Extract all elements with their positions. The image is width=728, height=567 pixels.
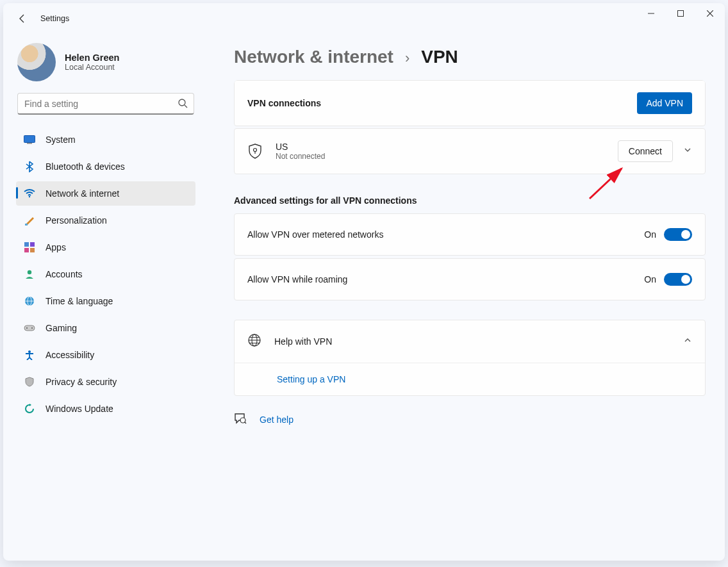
toggle-state-label: On — [644, 274, 656, 284]
help-title: Help with VPN — [274, 336, 332, 347]
toggle-label: Allow VPN while roaming — [247, 274, 347, 284]
svg-rect-1 — [678, 11, 684, 17]
svg-point-17 — [26, 327, 28, 329]
page-title: VPN — [421, 47, 458, 67]
sidebar-item-accessibility[interactable]: Accessibility — [16, 343, 195, 367]
update-icon — [24, 403, 35, 415]
svg-point-2 — [179, 99, 185, 106]
svg-rect-10 — [24, 248, 29, 252]
svg-line-3 — [185, 105, 187, 108]
accessibility-icon — [24, 349, 35, 361]
person-icon — [24, 268, 35, 280]
wifi-icon — [24, 188, 35, 199]
toggle-roaming: Allow VPN while roaming On — [234, 258, 706, 300]
toggle-switch-roaming[interactable] — [664, 273, 692, 286]
sidebar-item-label: Accounts — [46, 269, 83, 279]
sidebar: Helen Green Local Account System Bluetoo… — [3, 34, 208, 561]
sidebar-item-personalization[interactable]: Personalization — [16, 208, 195, 233]
sidebar-item-label: Windows Update — [46, 404, 113, 414]
sidebar-item-label: Bluetooth & devices — [46, 161, 125, 172]
search-input[interactable] — [17, 93, 194, 115]
svg-point-6 — [29, 196, 30, 197]
globe-help-icon — [247, 333, 261, 350]
content-area: Network & internet › VPN VPN connections… — [208, 34, 725, 561]
sidebar-item-label: Personalization — [46, 215, 107, 226]
svg-rect-8 — [24, 242, 29, 247]
chevron-up-icon — [683, 336, 692, 347]
sidebar-item-privacy[interactable]: Privacy & security — [16, 370, 195, 394]
vpn-item-status: Not connected — [276, 152, 325, 161]
sidebar-item-windows-update[interactable]: Windows Update — [16, 397, 195, 421]
close-button[interactable] — [695, 3, 725, 24]
vpn-item-name: US — [276, 142, 325, 152]
sidebar-item-time-language[interactable]: Time & language — [16, 289, 195, 313]
titlebar: Settings — [3, 3, 725, 34]
svg-rect-4 — [24, 136, 35, 143]
sidebar-item-label: Time & language — [46, 296, 113, 306]
globe-icon — [24, 295, 35, 307]
window-controls — [636, 3, 725, 24]
toggle-switch-metered[interactable] — [664, 228, 692, 241]
svg-point-20 — [254, 149, 257, 152]
chevron-down-icon[interactable] — [683, 145, 692, 157]
get-help-link[interactable]: Get help — [260, 415, 294, 425]
connect-button[interactable]: Connect — [618, 140, 673, 162]
search-icon — [178, 98, 188, 111]
sidebar-item-label: Gaming — [46, 323, 77, 333]
maximize-button[interactable] — [666, 3, 695, 24]
chevron-right-icon: › — [405, 50, 410, 67]
back-button[interactable] — [16, 12, 29, 25]
svg-point-12 — [28, 270, 31, 274]
vpn-connections-group: VPN connections Add VPN US Not connected — [234, 80, 706, 176]
minimize-button[interactable] — [636, 3, 666, 24]
sidebar-item-apps[interactable]: Apps — [16, 235, 195, 259]
add-vpn-button[interactable]: Add VPN — [637, 92, 692, 114]
sidebar-item-label: Apps — [46, 242, 66, 252]
svg-point-19 — [28, 350, 31, 353]
system-icon — [24, 134, 35, 145]
help-header[interactable]: Help with VPN — [235, 320, 705, 363]
profile-name: Helen Green — [65, 53, 119, 63]
app-title: Settings — [40, 14, 69, 23]
sidebar-nav: System Bluetooth & devices Network & int… — [6, 121, 206, 423]
help-link[interactable]: Setting up a VPN — [277, 374, 345, 384]
sidebar-item-label: System — [46, 135, 76, 145]
sidebar-item-accounts[interactable]: Accounts — [16, 262, 195, 286]
sidebar-item-gaming[interactable]: Gaming — [16, 316, 195, 340]
toggle-label: Allow VPN over metered networks — [247, 229, 383, 240]
advanced-settings-title: Advanced settings for all VPN connection… — [234, 195, 706, 206]
vpn-shield-icon — [247, 144, 263, 159]
toggle-metered: Allow VPN over metered networks On — [234, 213, 706, 256]
help-body: Setting up a VPN — [235, 363, 705, 395]
sidebar-item-system[interactable]: System — [16, 127, 195, 152]
svg-rect-16 — [24, 325, 35, 331]
gamepad-icon — [24, 322, 35, 334]
vpn-item: US Not connected Connect — [234, 128, 706, 174]
svg-rect-11 — [30, 248, 35, 252]
sidebar-item-bluetooth[interactable]: Bluetooth & devices — [16, 154, 195, 179]
search-box — [17, 93, 194, 115]
profile-subtitle: Local Account — [65, 63, 119, 72]
brush-icon — [24, 215, 35, 226]
vpn-connections-label: VPN connections — [247, 98, 321, 108]
avatar — [17, 43, 56, 81]
breadcrumb-parent[interactable]: Network & internet — [234, 47, 393, 67]
svg-rect-5 — [27, 143, 32, 144]
sidebar-item-label: Accessibility — [46, 350, 94, 360]
bluetooth-icon — [24, 161, 35, 172]
svg-rect-9 — [30, 242, 35, 247]
svg-point-18 — [31, 327, 33, 329]
settings-window: Settings Helen Green Local Account — [3, 3, 725, 561]
toggle-state-label: On — [644, 229, 656, 240]
sidebar-item-label: Network & internet — [46, 188, 119, 199]
apps-icon — [24, 242, 35, 253]
get-help-row: Get help — [234, 413, 706, 427]
profile-block[interactable]: Helen Green Local Account — [6, 43, 206, 93]
get-help-icon — [234, 413, 247, 427]
svg-line-28 — [245, 422, 247, 424]
svg-rect-7 — [25, 224, 28, 226]
shield-icon — [24, 376, 35, 388]
sidebar-item-label: Privacy & security — [46, 377, 117, 387]
breadcrumb: Network & internet › VPN — [234, 47, 706, 67]
sidebar-item-network[interactable]: Network & internet — [16, 181, 195, 206]
